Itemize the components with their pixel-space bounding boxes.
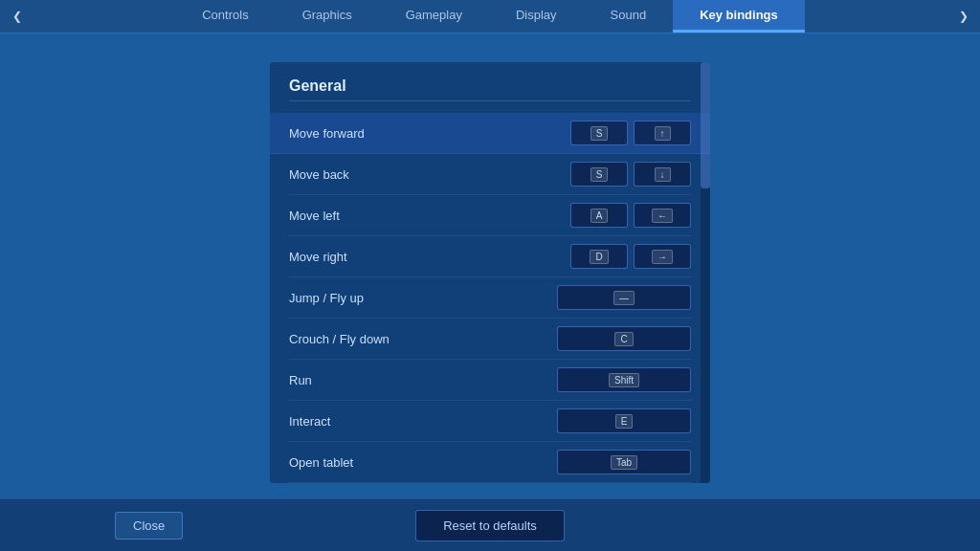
key-button[interactable]: Tab (557, 450, 691, 474)
keybind-label: Move right (289, 250, 570, 264)
keybind-keys: D→ (570, 244, 691, 269)
nav-tab-key-bindings[interactable]: Key bindings (673, 0, 805, 33)
key-button-secondary[interactable]: ← (634, 203, 691, 228)
top-nav-bar: ❮ ControlsGraphicsGameplayDisplaySoundKe… (0, 0, 980, 33)
key-button[interactable]: C (557, 326, 691, 351)
key-button-primary[interactable]: D (570, 244, 628, 269)
key-button-secondary[interactable]: → (634, 244, 691, 269)
keybind-list: Move forwardS↑Move backS↓Move leftA←Move… (289, 113, 691, 483)
key-button-primary[interactable]: S (570, 162, 628, 187)
keybind-label: Open tablet (289, 455, 557, 470)
scrollbar-thumb (701, 62, 710, 188)
keybind-keys: E (557, 408, 691, 433)
reset-button[interactable]: Reset to defaults (415, 510, 565, 541)
keybind-keys: S↑ (570, 121, 691, 145)
key-button[interactable]: — (557, 285, 691, 310)
keybind-keys: C (557, 326, 691, 351)
keybind-row: InteractE (289, 401, 691, 442)
panel-title: General (289, 77, 691, 101)
nav-left-icon[interactable]: ❮ (0, 0, 33, 33)
nav-tab-gameplay[interactable]: Gameplay (379, 0, 489, 33)
keybind-label: Crouch / Fly down (289, 332, 557, 346)
keybind-row: Move forwardS↑ (270, 113, 710, 154)
keybind-keys: S↓ (570, 162, 691, 187)
keybind-label: Move left (289, 209, 570, 223)
keybind-label: Interact (289, 414, 557, 429)
key-button-primary[interactable]: S (570, 121, 628, 145)
scrollbar[interactable] (701, 62, 710, 483)
key-button[interactable]: E (557, 408, 691, 433)
keybind-row: Move backS↓ (289, 154, 691, 195)
nav-right-icon[interactable]: ❯ (947, 0, 980, 33)
nav-tab-sound[interactable]: Sound (584, 0, 674, 33)
main-content: General Move forwardS↑Move backS↓Move le… (0, 33, 980, 551)
nav-tab-controls[interactable]: Controls (175, 0, 275, 33)
close-button[interactable]: Close (115, 512, 183, 540)
key-button-secondary[interactable]: ↓ (634, 162, 691, 187)
keybind-keys: Tab (557, 450, 691, 474)
key-button-secondary[interactable]: ↑ (634, 121, 691, 145)
keybind-row: Crouch / Fly downC (289, 319, 691, 360)
keybind-label: Move forward (289, 126, 570, 141)
keybind-label: Jump / Fly up (289, 291, 557, 305)
keybind-keys: Shift (557, 367, 691, 392)
keybind-label: Run (289, 373, 557, 387)
keybind-keys: — (557, 285, 691, 310)
keybind-row: Jump / Fly up— (289, 277, 691, 319)
key-button-primary[interactable]: A (570, 203, 628, 228)
keybind-row: Open tabletTab (289, 442, 691, 483)
keybindings-panel: General Move forwardS↑Move backS↓Move le… (270, 62, 710, 483)
keybind-label: Move back (289, 167, 570, 182)
keybind-row: Move leftA← (289, 195, 691, 236)
keybind-keys: A← (570, 203, 691, 228)
key-button[interactable]: Shift (557, 367, 691, 392)
nav-tab-display[interactable]: Display (489, 0, 584, 33)
nav-tab-graphics[interactable]: Graphics (276, 0, 379, 33)
keybind-row: RunShift (289, 360, 691, 401)
bottom-bar: Close Reset to defaults (0, 498, 980, 551)
nav-tabs: ControlsGraphicsGameplayDisplaySoundKey … (33, 0, 947, 33)
keybind-row: Move rightD→ (289, 236, 691, 277)
